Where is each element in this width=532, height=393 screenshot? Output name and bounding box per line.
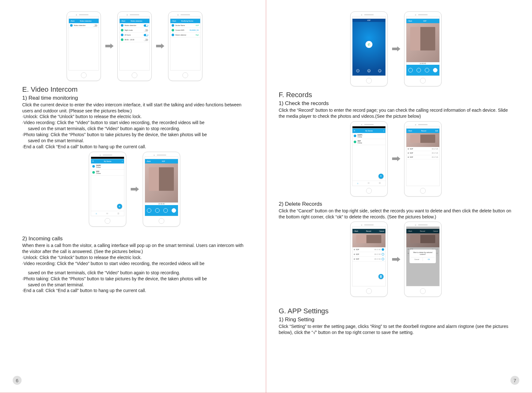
- section-g1-body: Click “Setting” to enter the setting pag…: [279, 323, 513, 336]
- page-number-left: 6: [13, 376, 22, 385]
- add-device-fab-icon: +: [117, 204, 122, 209]
- section-e2-heading: 2) Incoming calls: [22, 236, 247, 242]
- section-f2-heading: 2) Delete Records: [279, 201, 513, 207]
- dialog-cancel-button: Cancel: [411, 257, 423, 261]
- answer-call-icon: ✆: [365, 41, 372, 48]
- phone-mock-intercom-live: ‹ BackVDP 14:40:40: [404, 11, 442, 86]
- add-device-fab-icon: +: [378, 174, 384, 179]
- photo-icon: [417, 68, 421, 72]
- phone-mock-motion-single: ‹ BackMotion detection Motion detection: [67, 11, 101, 81]
- unlock-icon: [425, 68, 429, 72]
- flow-arrow-icon: [392, 257, 400, 262]
- phone-mock-delete-confirm: ‹ BackRecordCancel ✆VDP09 17:25 ✆VDP09 1…: [404, 222, 442, 296]
- phone-mock-record-list: ‹ BackRecordEdit ✆VDP09 17:25 ✆VDP09 17:…: [404, 121, 442, 196]
- figure-check-records: ☰My Device+ GKIPCOnline VDPOnline + ⌂✉☰ …: [279, 121, 513, 196]
- figure-realtime-monitoring: ☰My Device+ GKIPCOnline VDPOnline + ⌂✉☰ …: [22, 152, 247, 227]
- figure-delete-records: ‹ BackRecordCancel ✆VDP09 17:25 ✆VDP09 1…: [279, 222, 513, 296]
- flow-arrow-icon: [131, 187, 138, 191]
- confirm-dialog: Want to delete the selected content? Can…: [406, 227, 439, 286]
- section-g1-heading: 1) Ring Setting: [279, 316, 513, 323]
- photo-icon: [155, 208, 160, 213]
- section-e-heading: E. Video Intercom: [22, 85, 247, 94]
- phone-mock-device-list: ☰My Device+ GKIPCOnline VDPOnline + ⌂✉☰: [89, 152, 126, 227]
- section-f2-body: Click the “Cancel” button on the top rig…: [279, 208, 513, 220]
- flow-arrow-icon: [392, 47, 400, 51]
- flow-arrow-icon: [392, 157, 400, 161]
- video-record-icon: [408, 68, 413, 72]
- phone-mock-video-intercom: ‹ BackVDP 14:40:40: [143, 152, 180, 227]
- figure-motion-detection-flow: ‹ BackMotion detection Motion detection …: [22, 11, 247, 81]
- video-record-icon: [147, 208, 151, 213]
- flow-arrow-icon: [156, 44, 164, 48]
- page-number-right: 7: [510, 376, 519, 385]
- phone-mock-motion-expanded: ‹ BackMotion detection Motion detection …: [117, 11, 152, 81]
- flow-arrow-icon: [105, 44, 113, 48]
- hangup-icon: ✕: [356, 69, 359, 72]
- end-call-icon: [172, 208, 176, 213]
- section-e2-body: When there is a call from the visitor, a…: [22, 243, 247, 294]
- end-call-icon: [433, 68, 437, 72]
- figure-incoming-call: VDP ✆ ✕ ■ ● ‹ BackVD: [279, 11, 513, 86]
- unlock-icon: [163, 208, 168, 213]
- video-icon: ■: [367, 69, 371, 72]
- manual-page-7: VDP ✆ ✕ ■ ● ‹ BackVD: [266, 0, 532, 393]
- section-e1-body: Click the current device to enter the vi…: [22, 102, 247, 150]
- phone-mock-record-select: ‹ BackRecordCancel ✆VDP09 17:25 ✆VDP09 1…: [350, 222, 388, 296]
- camera-icon: ●: [378, 69, 381, 72]
- section-f1-heading: 1) Check the records: [279, 100, 513, 107]
- section-f1-body: Click the “Record” button to enter the r…: [279, 107, 513, 119]
- manual-page-6: ‹ BackMotion detection Motion detection …: [0, 0, 266, 393]
- section-f-heading: F. Records: [279, 91, 513, 99]
- phone-mock-modifying-device: ‹ BackModifying Device Device NameVDP Cu…: [168, 11, 202, 81]
- section-e1-heading: 1) Real time monitoring: [22, 95, 247, 101]
- section-g-heading: G. APP Settings: [279, 307, 513, 315]
- phone-mock-incoming-call: VDP ✆ ✕ ■ ●: [350, 11, 388, 86]
- phone-mock-device-list-2: ☰My Device+ GKIPCOnline VDPOnline + ⌂✉☰: [350, 121, 388, 196]
- delete-fab-icon: 🗑: [378, 274, 384, 279]
- dialog-ok-button: OK: [423, 257, 435, 261]
